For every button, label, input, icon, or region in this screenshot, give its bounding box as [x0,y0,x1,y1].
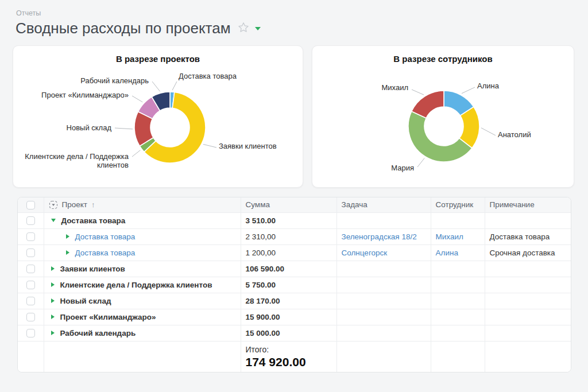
sum-value: 15 000.00 [246,329,280,337]
total-label: Итого: [246,344,332,355]
total-cell: Итого: 174 920.00 [241,341,336,372]
project-name[interactable]: Доставка товара [75,249,136,257]
employee-link[interactable]: Михаил [436,232,463,241]
employee-link[interactable]: Алина [436,249,458,257]
sum-value: 1 200,00 [246,249,276,257]
column-header-task[interactable]: Задача [336,197,431,212]
column-header-project[interactable]: Проект ↑ [44,197,241,212]
employees-donut-chart [312,46,575,188]
title-row: Сводные расходы по проектам [16,20,588,37]
donut-slice-1-3[interactable] [412,91,444,118]
row-checkbox[interactable] [26,232,35,241]
page-title: Сводные расходы по проектам [16,20,231,37]
sum-value: 28 170.00 [246,297,280,305]
sum-value: 3 510.00 [246,216,276,225]
row-checkbox[interactable] [26,297,35,305]
leader-line [417,158,424,168]
chart-label-0-0: Доставка товара [179,72,237,80]
project-name: Новый склад [60,297,111,305]
chart-label-1-0: Алина [477,81,499,90]
leader-line [203,144,216,148]
leader-line [481,128,496,135]
leader-line [132,96,142,102]
chart-title-projects: В разрезе проектов [13,46,303,64]
project-name: Клиентские дела / Поддержка клиентов [60,281,212,289]
favorite-star-icon[interactable] [238,22,249,36]
note-text: Доставка товара [490,232,550,241]
sum-value: 2 310,00 [246,232,276,241]
leader-line [412,90,424,95]
row-checkbox[interactable] [26,265,35,273]
row-checkbox[interactable] [26,313,35,321]
report-grid: Проект ↑ Сумма Задача Сотрудник Примечан… [17,197,571,372]
task-link[interactable]: Солнцегорск [342,249,388,257]
expand-icon[interactable] [51,331,55,335]
table-row: Доставка товара3 510.00 [18,212,571,228]
leader-line [462,87,475,94]
table-row: Проект «Килиманджаро»15 900.00 [18,309,571,325]
sum-value: 5 750.00 [246,281,276,289]
table-row: Доставка товара2 310,00Зеленоградская 18… [18,228,571,244]
table-row: Новый склад28 170.00 [18,293,571,309]
page: Отчеты Сводные расходы по проектам В раз… [0,9,588,372]
report-panel-employees: В разрезе сотрудников АлинаАнатолийМария… [312,45,574,188]
collapse-icon[interactable] [51,219,56,222]
column-label-project: Проект [62,200,87,209]
row-checkbox[interactable] [26,249,35,257]
table-row: Клиентские дела / Поддержка клиентов5 75… [18,277,571,293]
table-header-row: Проект ↑ Сумма Задача Сотрудник Примечан… [18,197,571,212]
report-table: Проект ↑ Сумма Задача Сотрудник Примечан… [18,197,571,372]
expand-icon[interactable] [51,282,55,287]
expand-icon[interactable] [66,234,69,239]
total-value: 174 920.00 [246,355,332,369]
sum-value: 15 900.00 [246,313,280,321]
table-row: Доставка товара1 200,00СолнцегорскАлинаС… [18,244,571,261]
expand-icon[interactable] [51,266,55,271]
grid-settings-icon[interactable] [49,200,58,209]
select-all-checkbox[interactable] [26,201,35,209]
chart-label-1-3: Михаил [381,83,408,92]
title-menu-caret-icon[interactable] [255,27,261,30]
chart-label-0-3: Новый склад [67,123,111,132]
column-header-employee[interactable]: Сотрудник [431,197,485,212]
row-checkbox[interactable] [26,329,35,337]
leader-line [132,150,140,157]
expand-icon[interactable] [51,298,55,303]
row-checkbox[interactable] [26,216,35,225]
column-header-note[interactable]: Примечание [485,197,571,212]
table-row: Рабочий календарь15 000.00 [18,325,571,341]
project-name: Заявки клиентов [60,265,125,273]
leader-line [115,128,133,129]
project-name[interactable]: Доставка товара [75,232,136,241]
table-footer-row: Итого: 174 920.00 [18,341,571,372]
chart-title-employees: В разрезе сотрудников [312,46,574,64]
chart-label-0-2: Клиентские дела / Поддержка клиентов [17,152,129,169]
chart-label-0-5: Рабочий календарь [80,76,149,85]
project-name: Проект «Килиманджаро» [60,313,156,321]
column-header-sum[interactable]: Сумма [241,197,336,212]
charts-row: В разрезе проектов Доставка товараЗаявки… [13,45,588,188]
note-text: Срочная доставка [490,249,555,257]
chart-label-0-4: Проект «Килиманджаро» [41,91,129,99]
chart-label-1-2: Мария [391,164,414,172]
row-checkbox[interactable] [26,281,35,289]
chart-label-1-1: Анатолий [498,130,531,139]
leader-line [152,81,160,91]
report-panel-projects: В разрезе проектов Доставка товараЗаявки… [13,45,303,188]
breadcrumb-reports[interactable]: Отчеты [16,9,41,17]
expand-icon[interactable] [66,250,69,255]
leader-line [172,81,177,90]
chart-label-0-1: Заявки клиентов [219,142,277,150]
task-link[interactable]: Зеленоградская 18/2 [342,232,417,241]
sort-ascending-icon[interactable]: ↑ [91,200,95,209]
project-name: Доставка товара [61,216,126,225]
sum-value: 106 590.00 [246,265,285,273]
expand-icon[interactable] [51,315,55,319]
project-name: Рабочий календарь [60,329,136,337]
table-row: Заявки клиентов106 590.00 [18,261,571,277]
